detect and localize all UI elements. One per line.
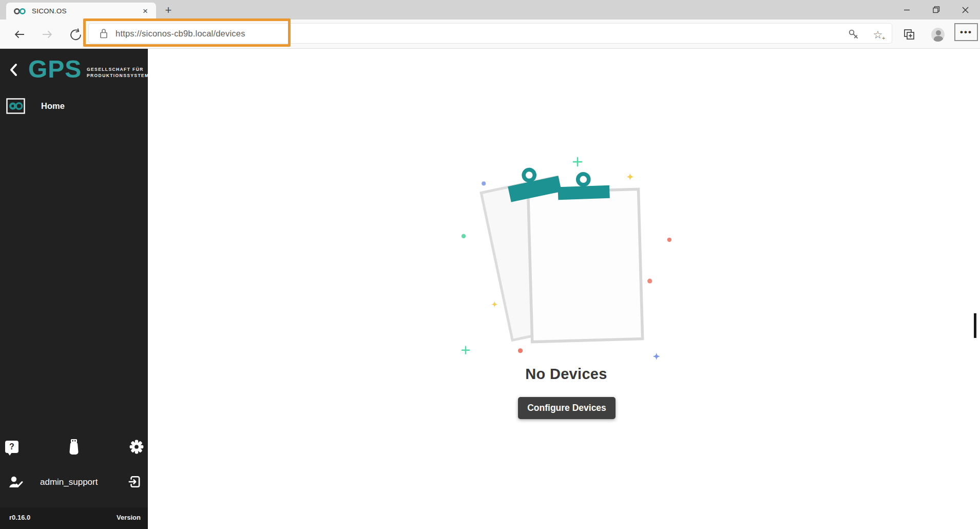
siconos-favicon xyxy=(13,8,27,15)
sidebar-item-home[interactable]: Home xyxy=(0,97,148,119)
gear-icon[interactable] xyxy=(129,439,144,457)
restore-button[interactable] xyxy=(921,0,951,20)
sidebar-user-row: admin_support xyxy=(0,470,148,496)
configure-devices-button[interactable]: Configure Devices xyxy=(518,397,616,419)
avatar xyxy=(931,28,945,42)
address-bar[interactable]: https://siconos-cb9b.local/devices xyxy=(88,23,892,44)
sidebar: GPS GESELLSCHAFT FÜR PRODUKTIONSSYSTEME … xyxy=(0,49,148,529)
minimize-icon xyxy=(904,7,910,13)
user-check-icon xyxy=(8,475,24,492)
more-menu-button[interactable]: ••• xyxy=(954,23,978,41)
logout-icon xyxy=(127,475,142,489)
back-icon xyxy=(13,28,26,41)
window-controls xyxy=(892,0,980,20)
sidebar-header: GPS GESELLSCHAFT FÜR PRODUKTIONSSYSTEME xyxy=(0,54,148,90)
gps-logo-subtitle: GESELLSCHAFT FÜR PRODUKTIONSSYSTEME xyxy=(87,67,153,79)
empty-clipboards-illustration xyxy=(446,143,694,370)
lock-icon xyxy=(99,28,108,39)
tab-title: SICON.OS xyxy=(32,7,140,15)
sidebar-tools-row: ? xyxy=(0,438,148,462)
new-tab-button[interactable]: + xyxy=(161,3,176,17)
cursor-artifact xyxy=(974,313,976,338)
usb-icon[interactable] xyxy=(67,439,81,458)
collapse-sidebar-button[interactable] xyxy=(8,63,20,79)
back-button[interactable] xyxy=(13,28,26,41)
forward-button[interactable] xyxy=(41,28,54,41)
minimize-button[interactable] xyxy=(892,0,921,20)
collections-button[interactable] xyxy=(902,28,915,41)
version-value: r0.16.0 xyxy=(9,514,30,521)
restore-icon xyxy=(933,6,940,13)
tab-strip: SICON.OS × + xyxy=(0,0,980,20)
version-label: Version xyxy=(117,514,141,521)
tab-close-icon[interactable]: × xyxy=(140,6,151,17)
gps-logo: GPS xyxy=(28,55,82,83)
close-window-icon xyxy=(962,7,969,13)
version-bar: r0.16.0 Version xyxy=(0,507,148,529)
password-key-button[interactable] xyxy=(847,28,860,41)
help-icon[interactable]: ? xyxy=(5,441,18,453)
siconos-app-icon xyxy=(6,98,25,116)
profile-button[interactable] xyxy=(931,28,945,41)
navigation-bar: https://siconos-cb9b.local/devices ☆+ xyxy=(0,20,980,49)
sidebar-item-home-label: Home xyxy=(41,101,65,111)
refresh-button[interactable] xyxy=(69,28,82,41)
key-icon xyxy=(848,28,860,41)
forward-icon xyxy=(41,28,53,41)
collections-icon xyxy=(902,28,915,41)
tab-siconos[interactable]: SICON.OS × xyxy=(6,3,156,20)
main-content: No Devices Configure Devices xyxy=(148,49,980,529)
browser-window: SICON.OS × + xyxy=(0,0,980,529)
chevron-left-icon xyxy=(8,63,20,77)
add-favorite-button[interactable]: ☆+ xyxy=(871,28,885,41)
logout-button[interactable] xyxy=(127,475,142,491)
close-window-button[interactable] xyxy=(951,0,980,20)
url-text[interactable]: https://siconos-cb9b.local/devices xyxy=(116,29,245,39)
refresh-icon xyxy=(69,28,82,41)
star-add-icon: ☆+ xyxy=(873,29,883,40)
username-label: admin_support xyxy=(40,477,98,487)
empty-state-title: No Devices xyxy=(489,366,643,383)
